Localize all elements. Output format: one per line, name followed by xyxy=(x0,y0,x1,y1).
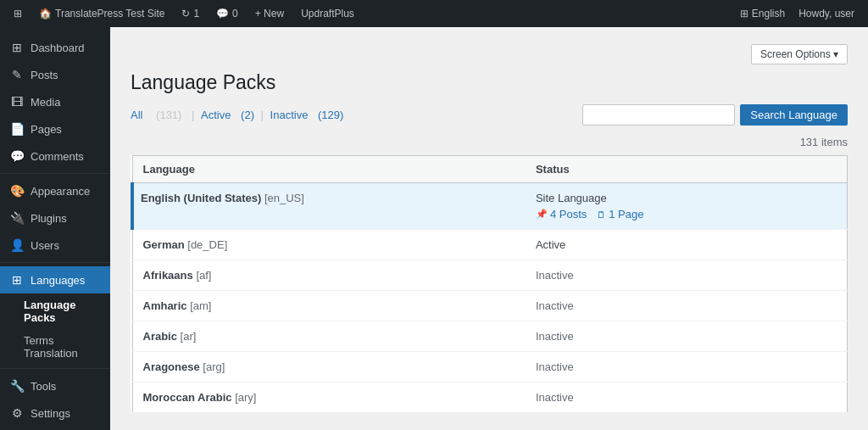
filter-row: All (131) | Active (2) | Inactive (129) … xyxy=(131,104,848,126)
table-row: Arabic [ar]Inactive xyxy=(132,321,848,352)
appearance-icon: 🎨 xyxy=(10,184,24,198)
screen-options-button[interactable]: Screen Options ▾ xyxy=(751,44,848,64)
sidebar-item-users[interactable]: 👤 Users xyxy=(0,232,110,259)
sidebar-item-settings[interactable]: ⚙ Settings xyxy=(0,399,110,427)
comments-nav-icon: 💬 xyxy=(10,149,24,163)
lang-name[interactable]: Moroccan Arabic xyxy=(143,391,232,404)
lang-cell: German [de_DE] xyxy=(132,230,526,260)
table-row: Aragonese [arg]Inactive xyxy=(132,352,848,383)
lang-code: [en_US] xyxy=(264,192,304,204)
filter-all[interactable]: All xyxy=(131,109,142,121)
screen-options-bar: Screen Options ▾ xyxy=(131,44,848,64)
user-menu[interactable]: Howdy, user xyxy=(792,0,861,27)
lang-cell: Moroccan Arabic [ary] xyxy=(132,383,526,413)
sidebar-item-languages[interactable]: ⊞ Languages xyxy=(0,266,110,293)
lang-name[interactable]: Afrikaans xyxy=(143,269,193,282)
lang-code: [ar] xyxy=(181,330,197,343)
table-row: English (United States) [en_US]Site Lang… xyxy=(132,183,848,230)
filter-inactive[interactable]: Inactive xyxy=(270,109,309,121)
languages-submenu: Language Packs Terms Translation xyxy=(0,293,110,365)
lang-code: [am] xyxy=(190,299,211,312)
comments-link[interactable]: 💬 0 xyxy=(209,0,245,27)
main-content: Screen Options ▾ Language Packs All (131… xyxy=(110,27,868,430)
sidebar-item-pages[interactable]: 📄 Pages xyxy=(0,115,110,142)
pin-icon: 📌 xyxy=(536,209,548,220)
updates-link[interactable]: ↻ 1 xyxy=(175,0,206,27)
admin-bar: ⊞ 🏠 TranslatePress Test Site ↻ 1 💬 0 + N… xyxy=(0,0,868,27)
sidebar-item-posts[interactable]: ✎ Posts xyxy=(0,61,110,88)
page-title: Language Packs xyxy=(131,71,848,94)
translate-icon: ⊞ xyxy=(740,8,748,20)
lang-code: [af] xyxy=(196,269,211,282)
refresh-icon: ↻ xyxy=(181,8,190,20)
pages-link[interactable]: 🗒 1 Page xyxy=(597,208,643,221)
posts-link[interactable]: 📌 4 Posts xyxy=(536,208,587,221)
page-icon: 🗒 xyxy=(597,209,606,220)
table-row: German [de_DE]Active xyxy=(132,230,848,260)
sidebar-item-media[interactable]: 🎞 Media xyxy=(0,88,110,115)
comments-icon: 💬 xyxy=(216,8,229,20)
lang-cell: Aragonese [arg] xyxy=(132,352,526,383)
status-cell: Inactive xyxy=(526,383,848,413)
language-switcher[interactable]: ⊞ English xyxy=(733,0,792,27)
settings-icon: ⚙ xyxy=(10,406,24,420)
search-input[interactable] xyxy=(582,104,735,126)
pages-icon: 📄 xyxy=(10,122,24,136)
status-badge: Inactive xyxy=(536,330,574,343)
stat-links: 📌 4 Posts🗒 1 Page xyxy=(536,208,837,221)
lang-cell: Arabic [ar] xyxy=(132,321,526,352)
submenu-language-packs[interactable]: Language Packs xyxy=(0,293,110,329)
lang-code: [de_DE] xyxy=(187,238,227,251)
site-icon: 🏠 xyxy=(39,8,52,20)
submenu-terms-translation[interactable]: Terms Translation xyxy=(0,329,110,365)
sidebar-item-plugins[interactable]: 🔌 Plugins xyxy=(0,204,110,232)
col-header-status: Status xyxy=(526,156,848,183)
filter-links: All (131) | Active (2) | Inactive (129) xyxy=(131,109,343,121)
search-language-button[interactable]: Search Language xyxy=(740,104,848,126)
tools-icon: 🔧 xyxy=(10,379,24,393)
wp-icon: ⊞ xyxy=(14,8,22,20)
sidebar: ⊞ Dashboard ✎ Posts 🎞 Media 📄 Pages 💬 Co… xyxy=(0,27,110,430)
lang-code: [ary] xyxy=(235,391,256,404)
items-count: 131 items xyxy=(131,136,848,148)
dashboard-icon: ⊞ xyxy=(10,41,24,54)
lang-name[interactable]: Arabic xyxy=(143,330,177,343)
status-cell: Inactive xyxy=(526,260,848,291)
table-row: Afrikaans [af]Inactive xyxy=(132,260,848,291)
sidebar-item-appearance[interactable]: 🎨 Appearance xyxy=(0,177,110,204)
site-name[interactable]: 🏠 TranslatePress Test Site xyxy=(32,0,171,27)
table-row: Moroccan Arabic [ary]Inactive xyxy=(132,383,848,413)
language-packs-table: Language Status English (United States) … xyxy=(131,155,848,413)
users-icon: 👤 xyxy=(10,238,24,252)
media-icon: 🎞 xyxy=(10,95,24,109)
new-content-link[interactable]: + New xyxy=(248,0,291,27)
status-cell: Active xyxy=(526,230,848,260)
sidebar-item-tools[interactable]: 🔧 Tools xyxy=(0,372,110,399)
status-badge: Inactive xyxy=(536,269,574,282)
sidebar-item-comments[interactable]: 💬 Comments xyxy=(0,142,110,170)
lang-name[interactable]: Aragonese xyxy=(143,360,200,373)
status-badge: Inactive xyxy=(536,360,574,373)
table-row: Amharic [am]Inactive xyxy=(132,291,848,321)
status-badge: Site Language xyxy=(536,192,607,204)
col-header-language: Language xyxy=(132,156,526,183)
lang-cell: Afrikaans [af] xyxy=(132,260,526,291)
updraftplus-link[interactable]: UpdraftPlus xyxy=(294,0,361,27)
filter-active[interactable]: Active xyxy=(201,109,231,121)
lang-cell: Amharic [am] xyxy=(132,291,526,321)
languages-icon: ⊞ xyxy=(10,273,24,287)
status-badge: Inactive xyxy=(536,391,574,404)
status-badge: Active xyxy=(536,238,565,251)
lang-name[interactable]: German xyxy=(143,238,185,251)
lang-name[interactable]: English (United States) xyxy=(141,192,261,204)
lang-name[interactable]: Amharic xyxy=(143,299,187,312)
search-row: Search Language xyxy=(582,104,848,126)
posts-icon: ✎ xyxy=(10,68,24,81)
plugins-icon: 🔌 xyxy=(10,211,24,225)
status-cell: Site Language📌 4 Posts🗒 1 Page xyxy=(526,183,848,230)
status-cell: Inactive xyxy=(526,352,848,383)
sidebar-item-dashboard[interactable]: ⊞ Dashboard xyxy=(0,34,110,61)
lang-cell: English (United States) [en_US] xyxy=(132,183,526,230)
wp-logo[interactable]: ⊞ xyxy=(7,0,29,27)
status-cell: Inactive xyxy=(526,321,848,352)
